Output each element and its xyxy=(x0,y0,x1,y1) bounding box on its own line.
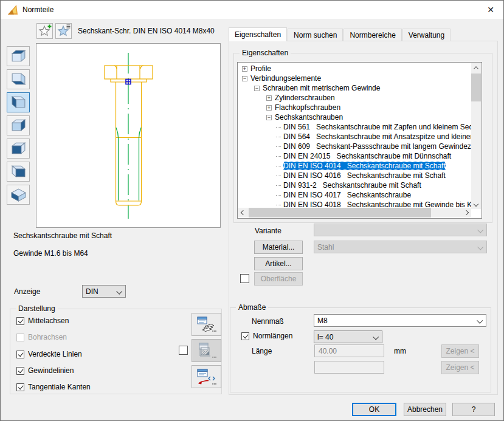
material-value: Stahl xyxy=(317,243,334,252)
view-button-isometric[interactable] xyxy=(7,185,30,205)
ok-button[interactable]: OK xyxy=(352,403,396,416)
checkbox-bohrachsen[interactable]: Bohrachsen xyxy=(16,333,67,341)
variante-select xyxy=(314,224,487,236)
cube-iso-icon xyxy=(10,188,27,202)
view-button-top-front[interactable] xyxy=(7,46,30,66)
normlaengen-checkbox[interactable]: Normlängen xyxy=(241,332,292,340)
tree-item-label: Schrauben mit metrischem Gewinde xyxy=(263,84,380,92)
tree-item-label: Verbindungselemente xyxy=(250,74,321,83)
tree-expand-icon[interactable]: + xyxy=(266,105,272,111)
window-title: Normteile xyxy=(22,5,54,14)
tree-expand-icon[interactable]: − xyxy=(254,86,260,91)
checkbox-label: Mittelachsen xyxy=(28,317,69,325)
help-button[interactable]: ? xyxy=(452,403,495,416)
tree-leaf-connector xyxy=(276,195,281,196)
tree-leaf-connector xyxy=(276,127,281,128)
layer-settings-button[interactable] xyxy=(192,313,221,336)
add-favorite-button[interactable] xyxy=(36,23,53,39)
laenge-extra-field xyxy=(314,361,384,374)
view-button-front[interactable] xyxy=(7,139,30,159)
close-icon[interactable]: ✕ xyxy=(482,2,500,17)
anzeige-value: DIN xyxy=(86,287,98,296)
tree-item[interactable]: DIN EN ISO 4018 Sechskantschraube mit Ge… xyxy=(238,200,471,208)
nennmass-select[interactable]: M8 xyxy=(314,314,486,327)
oberflaeche-checkbox[interactable] xyxy=(240,274,249,283)
tree-item[interactable]: − Sechskantschrauben xyxy=(238,112,471,122)
tree-item-label: Zylinderschrauben xyxy=(275,94,335,102)
tree-vertical-scrollbar[interactable] xyxy=(471,63,481,209)
tree-item[interactable]: DIN EN ISO 4017 Sechskantschraube xyxy=(238,190,471,200)
view-button-right-front[interactable] xyxy=(7,115,30,135)
tree-item[interactable]: DIN 564 Sechskantschraube mit Ansatzspit… xyxy=(238,132,471,142)
tree-leaf-connector xyxy=(276,166,281,166)
material-select: Stahl xyxy=(314,241,487,253)
thread-range: Gewinde M1.6 bis M64 xyxy=(13,249,88,258)
tree-expand-icon[interactable]: + xyxy=(266,95,272,101)
tree-horizontal-scrollbar[interactable] xyxy=(238,208,471,217)
bolt-drawing xyxy=(36,44,220,227)
chevron-down-icon xyxy=(477,227,483,233)
scroll-left-icon[interactable] xyxy=(238,208,248,217)
tree-item[interactable]: DIN 931-2 Sechskantschraube mit Schaft xyxy=(238,180,471,190)
view-button-back[interactable] xyxy=(7,162,30,182)
tree-item-label: DIN EN 24015 Sechskantschraube mit Dünns… xyxy=(283,152,451,160)
tab-norm-suchen[interactable]: Norm suchen xyxy=(288,29,343,41)
view-button-bottom-front[interactable] xyxy=(7,69,30,89)
feature-code-icon xyxy=(197,369,216,385)
selected-part-title: Sechskant-Schr. DIN EN ISO 4014 M8x40 xyxy=(78,27,215,35)
tree-item[interactable]: DIN 609 Sechskant-Passschraube mit lange… xyxy=(238,142,471,151)
tab-bar: Eigenschaften Norm suchen Normbereiche V… xyxy=(229,27,451,41)
cube-front-icon xyxy=(10,142,27,156)
tree-item[interactable]: − Schrauben mit metrischem Gewinde xyxy=(238,83,471,93)
app-logo-icon xyxy=(7,4,19,16)
tree-item[interactable]: − Verbindungselemente xyxy=(238,74,471,83)
tree-leaf-connector xyxy=(276,156,281,157)
scrollbar-thumb[interactable] xyxy=(471,74,481,101)
tab-normbereiche[interactable]: Normbereiche xyxy=(343,29,401,41)
artikel-button[interactable]: Artikel... xyxy=(254,257,303,270)
tree-expand-icon[interactable]: + xyxy=(242,66,247,72)
tree-item-label: DIN EN ISO 4016 Sechskantschraube mit Sc… xyxy=(283,171,446,180)
representation-settings-button[interactable] xyxy=(192,365,221,388)
material-button[interactable]: Material... xyxy=(254,241,303,254)
tab-verwaltung[interactable]: Verwaltung xyxy=(402,29,450,41)
checkbox-verdeckte-linien[interactable]: Verdeckte Linien xyxy=(16,350,82,358)
checkbox-label: Tangentiale Kanten xyxy=(28,383,91,391)
tree-item-label: Sechskantschrauben xyxy=(275,113,343,122)
anzeige-select[interactable]: DIN xyxy=(82,285,126,298)
tree-item[interactable]: + Profile xyxy=(238,64,471,74)
scroll-right-icon[interactable] xyxy=(461,208,471,217)
tree-item[interactable]: DIN EN 24015 Sechskantschraube mit Dünns… xyxy=(238,151,471,161)
favorites-list-button[interactable] xyxy=(55,23,72,39)
normlaengen-select[interactable]: l= 40 xyxy=(314,330,382,343)
tree-item[interactable]: + Zylinderschrauben xyxy=(238,93,471,103)
tree-leaf-connector xyxy=(276,146,281,147)
cancel-button[interactable]: Abbrechen xyxy=(404,403,446,416)
nennmass-value: M8 xyxy=(317,317,328,325)
oberflaeche-button: Oberfläche xyxy=(254,272,303,286)
tree-expand-icon[interactable]: − xyxy=(266,115,272,120)
chevron-down-icon xyxy=(477,318,483,324)
checkbox-box xyxy=(16,317,24,325)
checkbox-mittelachsen[interactable]: Mittelachsen xyxy=(16,317,69,325)
scrollbar-thumb[interactable] xyxy=(249,208,431,217)
checkbox-gewindelinien[interactable]: Gewindelinien xyxy=(16,366,74,375)
checkbox-tangentiale-kanten[interactable]: Tangentiale Kanten xyxy=(16,383,91,391)
laenge-label: Länge xyxy=(252,347,272,355)
tree-item[interactable]: DIN EN ISO 4016 Sechskantschraube mit Sc… xyxy=(238,171,471,180)
tree-expand-icon[interactable]: − xyxy=(242,76,247,81)
tree-item[interactable]: + Flachkopfschrauben xyxy=(238,103,471,112)
tree-leaf-connector xyxy=(276,205,281,205)
tab-eigenschaften[interactable]: Eigenschaften xyxy=(229,27,287,41)
nennmass-label: Nennmaß xyxy=(252,317,284,326)
verdeckte-linien-extra-checkbox[interactable] xyxy=(179,346,188,355)
view-button-left-front[interactable] xyxy=(7,92,30,112)
scroll-up-icon[interactable] xyxy=(471,63,481,73)
tree-item[interactable]: DIN EN ISO 4014 Sechskantschraube mit Sc… xyxy=(238,161,471,171)
hatch-settings-button[interactable] xyxy=(192,339,221,362)
tree-item[interactable]: DIN 561 Sechskantschraube mit Zapfen und… xyxy=(238,122,471,132)
checkbox-label: Normlängen xyxy=(253,332,292,340)
scroll-down-icon[interactable] xyxy=(471,199,481,209)
part-preview xyxy=(36,43,221,228)
cube-right-icon xyxy=(10,118,27,132)
